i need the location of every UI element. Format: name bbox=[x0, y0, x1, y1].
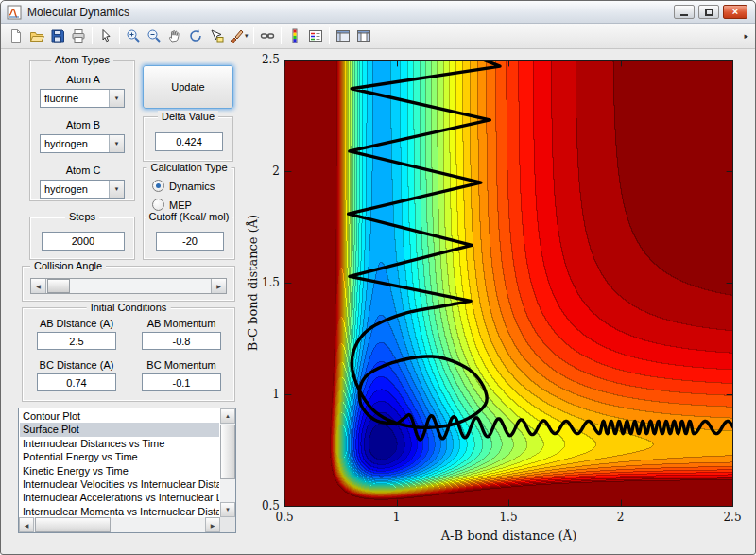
app-window: Molecular Dynamics × ▾ ▸ Atom Types Atom… bbox=[0, 0, 756, 555]
toolbar-separator bbox=[92, 27, 93, 44]
toolbar: ▾ ▸ bbox=[1, 24, 755, 49]
scroll-up-icon[interactable]: ▲ bbox=[220, 408, 235, 424]
toolbar-separator bbox=[329, 27, 330, 44]
maximize-icon bbox=[705, 9, 713, 16]
calculation-type-panel-title: Calculation Type bbox=[146, 162, 231, 173]
chevron-down-icon[interactable]: ▼ bbox=[109, 90, 124, 107]
close-button[interactable]: × bbox=[723, 5, 747, 19]
atom-b-value: hydrogen bbox=[41, 135, 109, 152]
data-cursor-button[interactable] bbox=[206, 26, 227, 46]
vertical-scrollbar-thumb[interactable] bbox=[220, 425, 235, 479]
cutoff-panel-title: Cutoff (Kcal/ mol) bbox=[146, 211, 233, 222]
titlebar[interactable]: Molecular Dynamics × bbox=[1, 1, 755, 24]
y-tick-label: 2 bbox=[272, 165, 284, 178]
list-item[interactable]: Surface Plot bbox=[20, 423, 219, 436]
calc-type-option-mep[interactable]: MEP bbox=[152, 199, 192, 211]
list-item[interactable]: Internuclear Momenta vs Internuclear Dis… bbox=[20, 505, 219, 516]
delta-value-panel-title: Delta Value bbox=[158, 111, 218, 122]
steps-input[interactable] bbox=[42, 232, 125, 251]
collision-angle-panel-title: Collision Angle bbox=[30, 260, 106, 271]
y-tick-label: 2.5 bbox=[262, 53, 284, 66]
hide-plot-tools-button[interactable] bbox=[333, 26, 353, 46]
brush-button[interactable]: ▾ bbox=[227, 26, 250, 46]
atom-a-label: Atom A bbox=[30, 74, 136, 85]
dropdown-caret-icon[interactable]: ▾ bbox=[245, 32, 249, 40]
toolbar-separator bbox=[253, 27, 254, 44]
insert-legend-button[interactable] bbox=[305, 26, 326, 46]
y-tick-label: 1.5 bbox=[262, 276, 284, 289]
scroll-right-icon[interactable]: ▶ bbox=[205, 517, 220, 532]
scrollbar-corner bbox=[220, 517, 235, 532]
toolbar-separator bbox=[119, 27, 120, 44]
pan-button[interactable] bbox=[164, 26, 185, 46]
figure-window-icon bbox=[7, 5, 22, 20]
slider-thumb[interactable] bbox=[47, 279, 70, 293]
save-figure-button[interactable] bbox=[47, 26, 68, 46]
chevron-down-icon[interactable]: ▼ bbox=[109, 135, 124, 152]
list-item[interactable]: Contour Plot bbox=[20, 409, 219, 423]
atom-types-panel: Atom Types Atom A fluorine ▼ Atom B hydr… bbox=[29, 60, 135, 201]
list-item[interactable]: Potential Energy vs Time bbox=[20, 450, 219, 463]
new-figure-button[interactable] bbox=[6, 26, 26, 46]
list-item[interactable]: Internuclear Accelerations vs Internucle… bbox=[20, 491, 219, 504]
list-item[interactable]: Internuclear Distances vs Time bbox=[20, 437, 219, 450]
open-file-button[interactable] bbox=[26, 26, 47, 46]
x-tick-label: 2 bbox=[617, 511, 625, 524]
atom-b-dropdown[interactable]: hydrogen ▼ bbox=[40, 134, 125, 153]
print-figure-button[interactable] bbox=[68, 26, 89, 46]
edit-plot-button[interactable] bbox=[95, 26, 116, 46]
list-item[interactable]: Kinetic Energy vs Time bbox=[20, 464, 219, 477]
ab-momentum-input[interactable] bbox=[142, 332, 221, 350]
ab-momentum-label: AB Momentum bbox=[129, 318, 233, 329]
toolbar-separator bbox=[281, 27, 282, 44]
atom-types-panel-title: Atom Types bbox=[51, 54, 113, 65]
vertical-scrollbar[interactable]: ▲ ▼ bbox=[220, 408, 235, 517]
window-title: Molecular Dynamics bbox=[27, 6, 129, 19]
atom-c-value: hydrogen bbox=[41, 181, 109, 198]
chevron-down-icon[interactable]: ▼ bbox=[109, 181, 124, 198]
collision-angle-slider[interactable]: ◀ ▶ bbox=[30, 278, 227, 294]
delta-value-input[interactable] bbox=[155, 132, 223, 151]
bc-momentum-label: BC Momentum bbox=[129, 359, 233, 371]
bc-distance-label: BC Distance (A) bbox=[25, 359, 129, 371]
scroll-down-icon[interactable]: ▼ bbox=[220, 502, 235, 517]
plot-type-listbox[interactable]: Contour PlotSurface PlotInternuclear Dis… bbox=[18, 408, 236, 533]
show-plot-tools-button[interactable] bbox=[353, 26, 374, 46]
cutoff-panel: Cutoff (Kcal/ mol) bbox=[143, 217, 235, 260]
calc-type-option-dynamics[interactable]: Dynamics bbox=[152, 180, 215, 192]
contour-plot-canvas[interactable] bbox=[284, 60, 733, 507]
atom-a-dropdown[interactable]: fluorine ▼ bbox=[40, 89, 125, 108]
radio-unselected-icon[interactable] bbox=[152, 199, 164, 211]
bc-distance-input[interactable] bbox=[37, 373, 116, 391]
horizontal-scrollbar-thumb[interactable] bbox=[35, 517, 111, 532]
atom-c-dropdown[interactable]: hydrogen ▼ bbox=[40, 180, 125, 199]
update-button[interactable]: Update bbox=[143, 65, 233, 109]
radio-selected-icon[interactable] bbox=[152, 180, 164, 192]
steps-panel: Steps bbox=[29, 217, 135, 260]
scroll-left-icon[interactable]: ◀ bbox=[19, 517, 34, 532]
bc-momentum-input[interactable] bbox=[142, 373, 221, 391]
insert-colorbar-button[interactable] bbox=[284, 26, 305, 46]
minimize-icon bbox=[680, 14, 688, 16]
radio-label: Dynamics bbox=[169, 181, 215, 192]
slider-left-arrow-icon[interactable]: ◀ bbox=[31, 279, 46, 293]
zoom-in-button[interactable] bbox=[123, 26, 144, 46]
steps-panel-title: Steps bbox=[65, 211, 99, 222]
close-icon: × bbox=[732, 7, 738, 17]
radio-label: MEP bbox=[169, 199, 192, 211]
zoom-out-button[interactable] bbox=[144, 26, 164, 46]
delta-value-panel: Delta Value bbox=[143, 116, 233, 162]
horizontal-scrollbar[interactable]: ◀ ▶ bbox=[19, 517, 220, 532]
rotate-3d-button[interactable] bbox=[185, 26, 206, 46]
atom-b-label: Atom B bbox=[30, 119, 136, 130]
y-tick-label: 1 bbox=[272, 388, 284, 401]
link-plot-button[interactable] bbox=[257, 26, 278, 46]
ab-distance-input[interactable] bbox=[37, 332, 116, 350]
maximize-button[interactable] bbox=[698, 5, 719, 19]
toolbar-overflow-button[interactable]: ▸ bbox=[744, 31, 750, 41]
minimize-button[interactable] bbox=[674, 5, 695, 19]
cutoff-input[interactable] bbox=[156, 232, 224, 251]
ab-distance-label: AB Distance (A) bbox=[25, 318, 129, 329]
slider-right-arrow-icon[interactable]: ▶ bbox=[211, 279, 226, 293]
list-item[interactable]: Internuclear Velocities vs Internuclear … bbox=[20, 477, 219, 491]
